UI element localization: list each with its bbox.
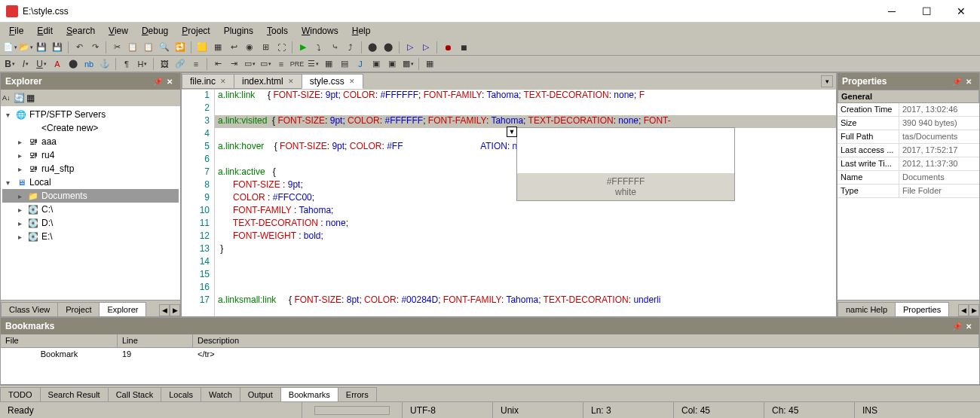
css-button[interactable]: ▣ bbox=[369, 57, 383, 71]
close-icon[interactable]: ✕ bbox=[288, 78, 294, 85]
property-row[interactable]: Size390 940 bytes) bbox=[838, 117, 979, 130]
tree-ftp-servers[interactable]: ▾🌐FTP/SFTP Servers bbox=[2, 108, 179, 121]
cut-button[interactable]: ✂ bbox=[110, 41, 124, 54]
wrap-button[interactable]: ↩ bbox=[227, 41, 240, 54]
stop-button[interactable]: ⏹ bbox=[457, 41, 470, 54]
italic-button[interactable]: I bbox=[19, 57, 32, 71]
replace-button[interactable]: 🔁 bbox=[173, 41, 187, 54]
property-row[interactable]: Last access ...2017, 17:52:17 bbox=[838, 144, 979, 157]
nbsp-button[interactable]: nb bbox=[82, 57, 96, 71]
tab-scroll-right[interactable]: ▶ bbox=[170, 304, 180, 316]
find-button[interactable]: 🔍 bbox=[158, 41, 171, 54]
tab-properties[interactable]: Properties bbox=[895, 302, 949, 316]
tab-output[interactable]: Output bbox=[240, 387, 281, 401]
highlight-color-button[interactable]: ⬤ bbox=[66, 57, 80, 71]
form-button[interactable]: ▤ bbox=[338, 57, 351, 71]
color-picker-button[interactable]: ▩ bbox=[401, 57, 415, 71]
sort-button[interactable]: A↓ bbox=[2, 94, 11, 102]
indent-right-button[interactable]: ⇥ bbox=[227, 57, 240, 71]
tab-todo[interactable]: TODO bbox=[0, 387, 41, 401]
refresh-button[interactable]: 🔄 bbox=[14, 93, 25, 103]
panel-button[interactable]: ▦ bbox=[211, 41, 225, 54]
minimize-button[interactable]: ─ bbox=[874, 0, 909, 23]
pin-icon[interactable]: 📌 bbox=[951, 320, 963, 332]
fullscreen-button[interactable]: ⛶ bbox=[274, 41, 288, 54]
menu-help[interactable]: Help bbox=[346, 24, 377, 38]
tree-local[interactable]: ▾🖥Local bbox=[2, 175, 179, 189]
close-icon[interactable]: ✕ bbox=[220, 78, 226, 85]
paste-button[interactable]: 📋 bbox=[142, 41, 155, 54]
menu-view[interactable]: View bbox=[103, 24, 134, 38]
status-eol[interactable]: Unix bbox=[492, 402, 583, 418]
paragraph-button[interactable]: ¶ bbox=[120, 57, 133, 71]
menu-debug[interactable]: Debug bbox=[136, 24, 174, 38]
play-button[interactable]: ▷ bbox=[403, 41, 417, 54]
property-row[interactable]: Full Pathtas/Documents bbox=[838, 130, 979, 144]
editor-tab-file-inc[interactable]: file.inc✕ bbox=[182, 74, 234, 89]
comment-button[interactable]: ▣ bbox=[385, 57, 399, 71]
editor-tab-index-html[interactable]: index.html✕ bbox=[234, 74, 302, 89]
property-row[interactable]: Last write Ti...2012, 11:37:30 bbox=[838, 157, 979, 171]
step-out-button[interactable]: ⤴ bbox=[344, 41, 357, 54]
filter-button[interactable]: ▦ bbox=[26, 93, 35, 103]
tab-project[interactable]: Project bbox=[57, 302, 100, 316]
anchor-button[interactable]: ⚓ bbox=[98, 57, 112, 71]
tree-documents[interactable]: ▸📁Documents bbox=[2, 189, 179, 203]
status-encoding[interactable]: UTF-8 bbox=[402, 402, 492, 418]
editor-tab-style-css[interactable]: style.css✕ bbox=[302, 74, 363, 89]
span-button[interactable]: ▭ bbox=[259, 57, 272, 71]
tab-explorer[interactable]: Explorer bbox=[99, 302, 146, 316]
bold-button[interactable]: B bbox=[3, 57, 17, 71]
tab-watch[interactable]: Watch bbox=[201, 387, 240, 401]
step-over-button[interactable]: ⤵ bbox=[312, 41, 326, 54]
list-button[interactable]: ☰ bbox=[306, 57, 320, 71]
step-into-button[interactable]: ⤷ bbox=[328, 41, 341, 54]
explorer-tree[interactable]: ▾🌐FTP/SFTP Servers <Create new> ▸🖳aaa ▸🖳… bbox=[1, 106, 180, 300]
new-file-button[interactable]: 📄 bbox=[3, 41, 17, 54]
table-button[interactable]: ▦ bbox=[322, 57, 335, 71]
close-icon[interactable]: ✕ bbox=[349, 78, 355, 85]
hr-button[interactable]: ≡ bbox=[189, 57, 203, 71]
run-button[interactable]: ▶ bbox=[296, 41, 310, 54]
tree-create-new[interactable]: <Create new> bbox=[2, 121, 179, 135]
panel-close-icon[interactable]: ✕ bbox=[963, 320, 975, 332]
menu-file[interactable]: File bbox=[3, 24, 29, 38]
save-all-button[interactable]: 💾 bbox=[51, 41, 64, 54]
image-button[interactable]: 🖼 bbox=[158, 57, 171, 71]
fast-button[interactable]: ▷ bbox=[419, 41, 433, 54]
script-button[interactable]: J bbox=[354, 57, 367, 71]
tree-server-aaa[interactable]: ▸🖳aaa bbox=[2, 135, 179, 148]
tab-call-stack[interactable]: Call Stack bbox=[108, 387, 162, 401]
menu-edit[interactable]: Edit bbox=[31, 24, 59, 38]
status-insert[interactable]: INS bbox=[854, 402, 980, 418]
tab-locals[interactable]: Locals bbox=[161, 387, 201, 401]
property-row[interactable]: TypeFile Folder bbox=[838, 185, 979, 198]
code-editor[interactable]: 1234567891011121314151617 ▼ #FFFFFF whit… bbox=[182, 90, 836, 316]
link-button[interactable]: 🔗 bbox=[173, 57, 187, 71]
nav-button[interactable]: ◉ bbox=[243, 41, 256, 54]
panel-close-icon[interactable]: ✕ bbox=[963, 75, 975, 87]
bookmark-row[interactable]: Bookmark 19 </tr> bbox=[1, 348, 979, 362]
menu-plugins[interactable]: Plugins bbox=[218, 24, 259, 38]
center-button[interactable]: ≡ bbox=[274, 57, 288, 71]
tree-server-ru4-sftp[interactable]: ▸🖳ru4_sftp bbox=[2, 162, 179, 175]
tree-drive-c[interactable]: ▸💽C:\ bbox=[2, 203, 179, 216]
record-button[interactable]: ⏺ bbox=[441, 41, 455, 54]
menu-windows[interactable]: Windows bbox=[296, 24, 345, 38]
tab-dropdown-button[interactable]: ▾ bbox=[821, 75, 833, 87]
tree-drive-e[interactable]: ▸💽E:\ bbox=[2, 230, 179, 243]
tab-bookmarks[interactable]: Bookmarks bbox=[280, 387, 338, 401]
tree-server-ru4[interactable]: ▸🖳ru4 bbox=[2, 148, 179, 162]
pre-button[interactable]: PRE bbox=[290, 57, 304, 71]
tab-scroll-left[interactable]: ◀ bbox=[159, 304, 170, 316]
undo-button[interactable]: ↶ bbox=[72, 41, 86, 54]
frames-button[interactable]: ▦ bbox=[423, 57, 436, 71]
menu-tools[interactable]: Tools bbox=[261, 24, 294, 38]
font-color-button[interactable]: A bbox=[51, 57, 64, 71]
tab-errors[interactable]: Errors bbox=[338, 387, 377, 401]
highlight-button[interactable]: 🟨 bbox=[195, 41, 209, 54]
tab-class-view[interactable]: Class View bbox=[1, 302, 58, 316]
tab-dynamic-help[interactable]: namic Help bbox=[838, 302, 896, 316]
breakpoint-button[interactable]: ⬤ bbox=[366, 41, 379, 54]
redo-button[interactable]: ↷ bbox=[88, 41, 102, 54]
